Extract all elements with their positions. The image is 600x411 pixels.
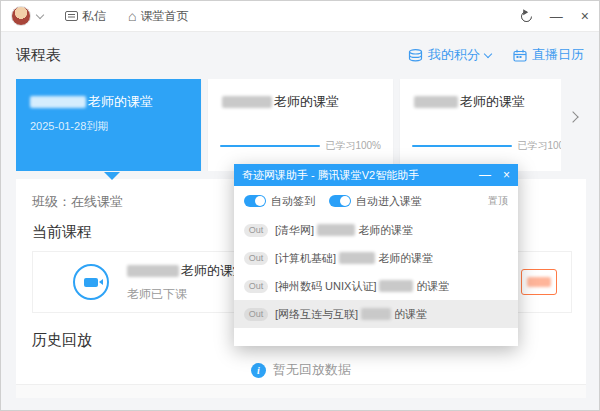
item-suffix: 的课堂 — [394, 307, 427, 322]
dialog-course-item[interactable]: Out [计算机基础] 老师的课堂 — [234, 244, 518, 272]
live-calendar-button[interactable]: 直播日历 — [513, 46, 584, 64]
progress-label: 已学习100% — [325, 139, 381, 153]
auto-signin-label: 自动签到 — [271, 194, 315, 209]
classroom-home-label: 课堂首页 — [140, 8, 188, 25]
empty-state: i 暂无回放数据 — [16, 361, 586, 379]
dialog-toggle-row: 自动签到 自动进入课堂 置顶 — [234, 186, 518, 216]
card-progress: 已学习100% — [412, 139, 561, 153]
out-badge: Out — [244, 252, 268, 265]
out-badge: Out — [244, 308, 268, 321]
refresh-icon[interactable] — [519, 8, 535, 24]
dialog-course-item-highlighted[interactable]: Out [网络互连与互联] 的课堂 — [234, 300, 518, 328]
teacher-name-mosaic — [379, 280, 413, 292]
teacher-name-mosaic — [317, 224, 355, 236]
card-title-suffix: 老师的课堂 — [274, 93, 339, 111]
progress-bar — [220, 145, 320, 147]
bottom-strip — [16, 384, 586, 398]
my-points-label: 我的积分 — [428, 46, 480, 64]
course-status: 老师已下课 — [127, 286, 246, 303]
helper-dialog: 奇迹网课助手 - 腾讯课堂V2智能助手 — × 自动签到 自动进入课堂 置顶 O… — [234, 164, 518, 346]
auto-enter-toggle[interactable] — [329, 195, 351, 207]
private-message-label: 私信 — [82, 8, 106, 25]
points-chevron-down-icon — [484, 49, 492, 57]
auto-signin-toggle[interactable] — [244, 195, 266, 207]
auto-signin-toggle-group: 自动签到 — [244, 194, 315, 209]
my-points-button[interactable]: 我的积分 — [408, 46, 491, 64]
dialog-course-item[interactable]: Out [神州数码 UNIX认证] 的课堂 — [234, 272, 518, 300]
item-prefix: [计算机基础] — [275, 251, 336, 266]
user-avatar[interactable] — [11, 6, 31, 26]
teacher-name-mosaic — [127, 265, 179, 277]
auto-enter-toggle-group: 自动进入课堂 — [329, 194, 422, 209]
dialog-title: 奇迹网课助手 - 腾讯课堂V2智能助手 — [242, 168, 419, 183]
window-titlebar: 私信 ⌂ 课堂首页 — × — [1, 1, 599, 32]
course-action-button[interactable] — [521, 269, 557, 295]
page-header: 课程表 我的积分 直播日历 — [16, 41, 584, 69]
auto-enter-label: 自动进入课堂 — [356, 194, 422, 209]
out-badge: Out — [244, 224, 268, 237]
item-suffix: 老师的课堂 — [358, 223, 413, 238]
progress-bar — [412, 145, 512, 147]
dialog-close-button[interactable]: × — [503, 169, 510, 181]
item-prefix: [清华网] — [275, 223, 314, 238]
course-cards-row: 老师的课堂 2025-01-28到期 老师的课堂 已学习100% 老师的课堂 已… — [16, 79, 561, 171]
action-label-mosaic — [527, 277, 551, 287]
classroom-home-button[interactable]: ⌂ 课堂首页 — [128, 8, 188, 25]
card-expiry: 2025-01-28到期 — [30, 119, 189, 134]
item-prefix: [网络互连与互联] — [275, 307, 358, 322]
message-icon — [65, 11, 78, 21]
minimize-button[interactable]: — — [550, 10, 563, 23]
history-heading: 历史回放 — [32, 331, 92, 350]
dialog-minimize-button[interactable]: — — [479, 169, 491, 181]
camera-icon — [73, 264, 109, 300]
teacher-name-mosaic — [414, 96, 458, 108]
teacher-name-mosaic — [361, 308, 391, 320]
avatar-chevron-down-icon[interactable] — [36, 10, 44, 18]
progress-label: 已学习100% — [517, 139, 561, 153]
teacher-name-mosaic — [30, 96, 86, 108]
item-suffix: 的课堂 — [416, 279, 449, 294]
dialog-course-item[interactable]: Out [清华网] 老师的课堂 — [234, 216, 518, 244]
dialog-titlebar[interactable]: 奇迹网课助手 - 腾讯课堂V2智能助手 — × — [234, 164, 518, 186]
cards-next-arrow[interactable] — [567, 111, 578, 122]
item-prefix: [神州数码 UNIX认证] — [275, 279, 376, 294]
course-card-active[interactable]: 老师的课堂 2025-01-28到期 — [16, 79, 201, 171]
info-icon: i — [251, 363, 266, 378]
card-progress: 已学习100% — [220, 139, 381, 153]
course-card[interactable]: 老师的课堂 已学习100% — [400, 79, 561, 171]
pin-link[interactable]: 置顶 — [488, 194, 508, 208]
current-course-heading: 当前课程 — [32, 223, 92, 242]
calendar-icon — [513, 49, 527, 62]
live-calendar-label: 直播日历 — [532, 46, 584, 64]
points-coins-icon — [408, 49, 423, 62]
item-suffix: 老师的课堂 — [378, 251, 433, 266]
teacher-name-mosaic — [222, 96, 272, 108]
close-button[interactable]: × — [581, 9, 589, 23]
private-message-button[interactable]: 私信 — [65, 8, 106, 25]
active-card-pointer — [104, 172, 120, 180]
teacher-name-mosaic — [339, 252, 375, 264]
out-badge: Out — [244, 280, 268, 293]
home-icon: ⌂ — [128, 9, 136, 23]
empty-text: 暂无回放数据 — [273, 361, 351, 379]
app-window: 私信 ⌂ 课堂首页 — × 课程表 我的积分 直播日历 — [0, 0, 600, 411]
class-label: 班级：在线课堂 — [32, 193, 123, 211]
course-card[interactable]: 老师的课堂 已学习100% — [208, 79, 393, 171]
page-title: 课程表 — [16, 46, 61, 65]
card-title-suffix: 老师的课堂 — [460, 93, 525, 111]
card-title-suffix: 老师的课堂 — [88, 93, 153, 111]
